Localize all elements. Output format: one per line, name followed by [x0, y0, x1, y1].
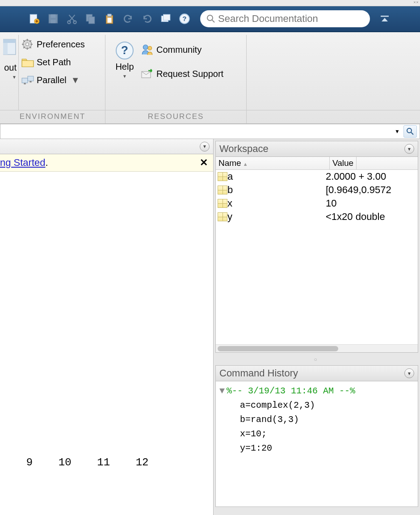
workspace-row[interactable]: a 2.0000 + 3.00 — [216, 170, 418, 183]
svg-text:?: ? — [121, 43, 128, 57]
dropdown-icon[interactable]: ▼ — [395, 128, 400, 135]
workspace-panel: Workspace ▼ Name▲ Value a 2.0000 + 3.00 — [215, 141, 418, 353]
ribbon-section-environment: ENVIRONMENT — [0, 110, 105, 123]
preferences-button[interactable]: Preferences — [21, 38, 85, 50]
svg-rect-20 — [3, 43, 8, 55]
workspace-row[interactable]: y <1x20 double — [216, 210, 418, 224]
command-history-panel: Command History ▼ ▼%-- 3/19/13 11:46 AM … — [215, 365, 418, 507]
workspace-row[interactable]: b [0.9649,0.9572 — [216, 183, 418, 197]
close-banner-button[interactable]: ✕ — [200, 157, 208, 169]
dropdown-icon: ▼ — [12, 75, 17, 80]
undo-button[interactable] — [121, 11, 136, 26]
variable-value: <1x20 double — [326, 211, 385, 223]
collapse-caret-icon[interactable]: ▼ — [219, 386, 225, 396]
variable-name: y — [227, 211, 326, 223]
column-name-header[interactable]: Name▲ — [216, 157, 330, 169]
svg-rect-17 — [381, 16, 389, 17]
horizontal-scrollbar[interactable] — [216, 344, 418, 352]
variable-name: a — [227, 171, 326, 182]
variable-name: b — [227, 184, 326, 196]
svg-rect-11 — [108, 18, 112, 23]
svg-rect-4 — [51, 20, 56, 23]
history-timestamp: %-- 3/19/13 11:46 AM --% — [227, 386, 355, 396]
svg-point-30 — [143, 45, 148, 50]
svg-point-22 — [26, 43, 29, 46]
variable-icon — [218, 212, 227, 221]
dropdown-icon: ▼ — [122, 74, 127, 79]
layout-button[interactable]: out ▼ — [3, 37, 17, 81]
history-command[interactable]: y=1:20 — [219, 441, 414, 456]
svg-rect-23 — [22, 61, 34, 67]
variable-value: 10 — [326, 198, 336, 209]
panel-menu-button[interactable]: ▼ — [404, 368, 414, 378]
sort-asc-icon: ▲ — [243, 161, 248, 167]
help-button[interactable]: ? — [177, 11, 192, 26]
scrollbar-thumb[interactable] — [218, 346, 338, 351]
request-support-label: Request Support — [156, 69, 223, 79]
new-script-button[interactable] — [27, 11, 42, 26]
request-support-button[interactable]: Request Support — [141, 68, 223, 80]
history-command[interactable]: a=complex(2,3) — [219, 398, 414, 413]
community-icon — [141, 44, 154, 55]
quick-access-toolbar: ? — [0, 6, 420, 32]
resize-corner-icon[interactable] — [413, 0, 419, 6]
workspace-variable-list[interactable]: a 2.0000 + 3.00 b [0.9649,0.9572 x 10 y … — [216, 170, 418, 344]
preferences-label: Preferences — [37, 39, 85, 50]
command-history-list[interactable]: ▼%-- 3/19/13 11:46 AM --% a=complex(2,3)… — [216, 381, 418, 507]
column-value-header[interactable]: Value — [330, 157, 357, 169]
command-window-body[interactable]: 9 10 11 12 — [0, 172, 213, 515]
help-label: Help — [115, 62, 134, 72]
svg-rect-25 — [28, 76, 34, 81]
svg-point-5 — [67, 21, 71, 24]
svg-point-6 — [73, 21, 76, 24]
panel-resize-handle[interactable]: ○ — [215, 356, 418, 362]
search-input[interactable] — [218, 13, 364, 25]
command-window-pane: ▼ ng Started. ✕ 9 10 11 12 — [0, 139, 214, 515]
svg-rect-24 — [22, 78, 28, 83]
panel-menu-button[interactable]: ▼ — [404, 144, 414, 154]
history-command[interactable]: x=10; — [219, 427, 414, 441]
current-folder-bar[interactable]: ▼ — [0, 124, 420, 139]
set-path-button[interactable]: Set Path — [21, 56, 71, 68]
variable-value: 2.0000 + 3.00 — [326, 171, 386, 182]
windows-button[interactable] — [158, 11, 173, 26]
getting-started-banner: ng Started. ✕ — [0, 154, 213, 172]
browse-folder-button[interactable] — [403, 125, 417, 138]
variable-name: x — [227, 198, 326, 209]
command-output-numbers: 9 10 11 12 — [13, 456, 148, 469]
community-button[interactable]: Community — [141, 44, 223, 55]
help-ribbon-button[interactable]: ? Help ▼ — [110, 39, 139, 80]
save-button[interactable] — [46, 11, 61, 26]
cut-button[interactable] — [64, 11, 80, 26]
paste-button[interactable] — [102, 11, 117, 26]
getting-started-link[interactable]: ng Started — [0, 157, 46, 168]
svg-rect-10 — [108, 14, 112, 16]
command-window-header: ▼ — [0, 139, 213, 154]
set-path-label: Set Path — [37, 57, 71, 68]
documentation-search[interactable] — [200, 10, 370, 27]
ribbon-section-resources: RESOURCES — [105, 110, 247, 123]
envelope-arrow-icon — [141, 68, 154, 80]
svg-rect-13 — [164, 14, 170, 20]
svg-rect-26 — [24, 83, 25, 84]
workspace-columns[interactable]: Name▲ Value — [216, 157, 418, 170]
panel-menu-button[interactable]: ▼ — [200, 142, 210, 152]
parallel-icon — [21, 74, 34, 86]
svg-rect-8 — [89, 17, 95, 24]
svg-rect-19 — [3, 39, 16, 43]
collapse-ribbon-button[interactable] — [378, 12, 391, 25]
svg-rect-3 — [51, 14, 56, 18]
history-command[interactable]: b=rand(3,3) — [219, 413, 414, 427]
community-label: Community — [156, 45, 202, 55]
folder-icon — [21, 56, 34, 68]
ribbon: out ▼ Preferences Set Path — [0, 32, 420, 124]
copy-button[interactable] — [83, 11, 98, 26]
parallel-button[interactable]: Parallel ▼ — [21, 74, 80, 86]
variable-icon — [218, 172, 227, 181]
layout-label: out — [4, 63, 17, 73]
variable-value: [0.9649,0.9572 — [326, 184, 391, 196]
workspace-row[interactable]: x 10 — [216, 197, 418, 210]
redo-button[interactable] — [139, 11, 155, 26]
svg-point-33 — [407, 128, 412, 133]
variable-icon — [218, 199, 227, 208]
